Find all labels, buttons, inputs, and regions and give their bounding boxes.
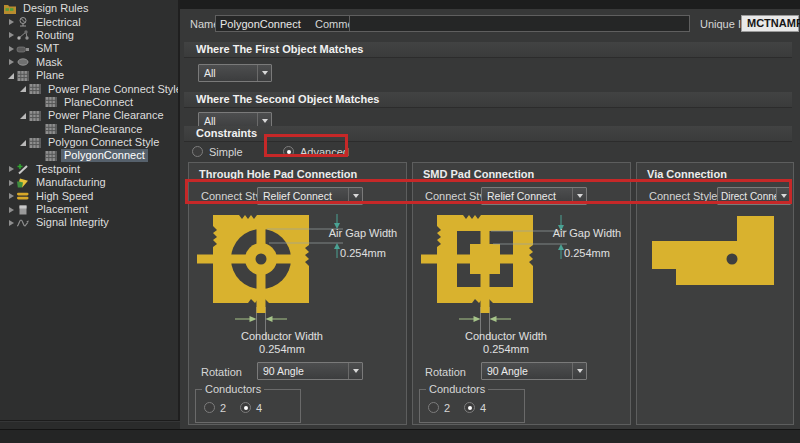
- tree-item-label: Routing: [33, 29, 77, 42]
- section-second-object-matches: Where The Second Object Matches: [184, 92, 792, 108]
- folder-icon: [3, 3, 17, 15]
- smd-rotation-dropdown[interactable]: 90 Angle: [481, 362, 587, 380]
- copper-polygon-shape: [652, 216, 774, 285]
- conductors-2-label: 2: [444, 402, 450, 414]
- tree-item-label: Manufacturing: [33, 176, 109, 189]
- via-connection-panel: Via Connection Connect Style Direct Conn…: [636, 162, 794, 425]
- tree-item-label: Design Rules: [20, 2, 91, 15]
- expander-expanded-icon[interactable]: [18, 113, 28, 119]
- conductors-4-radio[interactable]: [464, 402, 475, 413]
- dropdown-button[interactable]: [572, 188, 586, 204]
- rule-grid-icon: [44, 123, 58, 135]
- air-gap-width-label: Air Gap Width: [325, 227, 401, 239]
- expander-expanded-icon[interactable]: [18, 86, 28, 92]
- expander-expanded-icon[interactable]: [6, 73, 16, 79]
- rule-grid-icon: [28, 137, 42, 149]
- section-constraints: Constraints: [184, 126, 792, 142]
- connect-style-label: Connect Style: [649, 190, 717, 202]
- tree-item-label: Polygon Connect Style: [45, 136, 162, 149]
- smd-connect-style-dropdown[interactable]: Relief Connect: [481, 187, 587, 205]
- expander-collapsed-icon[interactable]: [6, 220, 16, 226]
- tree-item-label: PlaneConnect: [61, 96, 136, 109]
- chevron-down-icon: [353, 194, 359, 198]
- tree-item-label: Power Plane Connect Style: [45, 83, 180, 96]
- expander-collapsed-icon[interactable]: [6, 207, 16, 213]
- mask-icon: [16, 56, 30, 68]
- tree-item-polygon-connect-selected[interactable]: PolygonConnect: [0, 149, 178, 162]
- rotation-value: 90 Angle: [482, 365, 572, 377]
- advanced-mode-radio[interactable]: [283, 146, 294, 157]
- conductors-2-label: 2: [220, 402, 226, 414]
- through-hole-connect-style-dropdown[interactable]: Relief Connect: [257, 187, 363, 205]
- tree-item-manufacturing[interactable]: Manufacturing: [0, 176, 178, 189]
- tree-item-label: Electrical: [33, 16, 84, 29]
- chevron-down-icon: [262, 119, 268, 123]
- via-hole: [727, 254, 738, 265]
- rotation-label: Rotation: [201, 366, 242, 378]
- tree-item-label: Plane: [33, 69, 67, 82]
- conductors-2-radio[interactable]: [204, 402, 215, 413]
- tree-item-design-rules[interactable]: Design Rules: [0, 2, 178, 15]
- conductor-width-value: 0.254mm: [431, 343, 581, 355]
- dialog-bottom-bar: [0, 429, 800, 443]
- tree-item-high-speed[interactable]: High Speed: [0, 189, 178, 202]
- panel-title: SMD Pad Connection: [423, 168, 534, 180]
- conductors-4-label: 4: [480, 402, 486, 414]
- dropdown-button[interactable]: [348, 188, 362, 204]
- conductor-width-label: Conductor Width: [207, 330, 357, 342]
- tree-item-placement[interactable]: Placement: [0, 203, 178, 216]
- tree-item-signal-integrity[interactable]: Signal Integrity: [0, 216, 178, 229]
- conductors-4-radio[interactable]: [240, 402, 251, 413]
- conductors-2-radio[interactable]: [428, 402, 439, 413]
- chevron-down-icon: [577, 369, 583, 373]
- tree-item-power-plane-connect-style[interactable]: Power Plane Connect Style: [0, 82, 178, 95]
- conductors-legend: Conductors: [426, 383, 488, 395]
- tree-item-label: PolygonConnect: [61, 149, 148, 162]
- signal-integrity-icon: [16, 217, 30, 229]
- expander-collapsed-icon[interactable]: [6, 166, 16, 172]
- dropdown-button[interactable]: [776, 188, 790, 204]
- through-hole-pad-diagram: Air Gap Width 0.254mm Conductor Width 0.…: [197, 211, 401, 359]
- comment-input[interactable]: [349, 15, 690, 32]
- tree-item-mask[interactable]: Mask: [0, 56, 178, 69]
- relief-spoke-horizontal: [421, 255, 515, 264]
- via-connect-style-dropdown[interactable]: Direct Connect: [717, 187, 791, 205]
- first-object-scope-dropdown[interactable]: All: [198, 64, 272, 82]
- tree-item-routing[interactable]: Routing: [0, 29, 178, 42]
- expander-collapsed-icon[interactable]: [6, 46, 16, 52]
- expander-collapsed-icon[interactable]: [6, 193, 16, 199]
- tree-item-electrical[interactable]: Electrical: [0, 15, 178, 28]
- expander-collapsed-icon[interactable]: [6, 59, 16, 65]
- conductors-4-label: 4: [256, 402, 262, 414]
- content-top-strip: [180, 0, 800, 9]
- unique-id-value[interactable]: MCTNAMFK: [741, 15, 799, 32]
- chevron-down-icon: [262, 71, 268, 75]
- dropdown-button[interactable]: [257, 65, 271, 81]
- chevron-down-icon: [781, 194, 787, 198]
- expander-collapsed-icon[interactable]: [6, 19, 16, 25]
- dropdown-button[interactable]: [348, 363, 362, 379]
- tree-item-power-plane-clearance[interactable]: Power Plane Clearance: [0, 109, 178, 122]
- dropdown-button[interactable]: [572, 363, 586, 379]
- tree-item-testpoint[interactable]: Testpoint: [0, 163, 178, 176]
- design-rules-tree: Design Rules Electrical Routing SMT Mask…: [0, 0, 180, 421]
- air-gap-width-label: Air Gap Width: [549, 227, 625, 239]
- tree-item-smt[interactable]: SMT: [0, 42, 178, 55]
- chevron-down-icon: [353, 369, 359, 373]
- rotation-value: 90 Angle: [258, 365, 348, 377]
- tree-item-polygon-connect-style[interactable]: Polygon Connect Style: [0, 136, 178, 149]
- expander-collapsed-icon[interactable]: [6, 32, 16, 38]
- tree-item-label: Signal Integrity: [33, 216, 112, 229]
- rule-grid-icon: [28, 83, 42, 95]
- section-first-object-matches: Where The First Object Matches: [184, 42, 792, 58]
- through-hole-rotation-dropdown[interactable]: 90 Angle: [257, 362, 363, 380]
- rule-grid-icon: [44, 96, 58, 108]
- tree-item-plane-clearance[interactable]: PlaneClearance: [0, 123, 178, 136]
- simple-mode-radio[interactable]: [192, 146, 203, 157]
- electrical-icon: [16, 16, 30, 28]
- tree-item-plane-connect[interactable]: PlaneConnect: [0, 96, 178, 109]
- expander-collapsed-icon[interactable]: [6, 180, 16, 186]
- tree-item-plane[interactable]: Plane: [0, 69, 178, 82]
- expander-expanded-icon[interactable]: [18, 140, 28, 146]
- panel-title: Through Hole Pad Connection: [199, 168, 357, 180]
